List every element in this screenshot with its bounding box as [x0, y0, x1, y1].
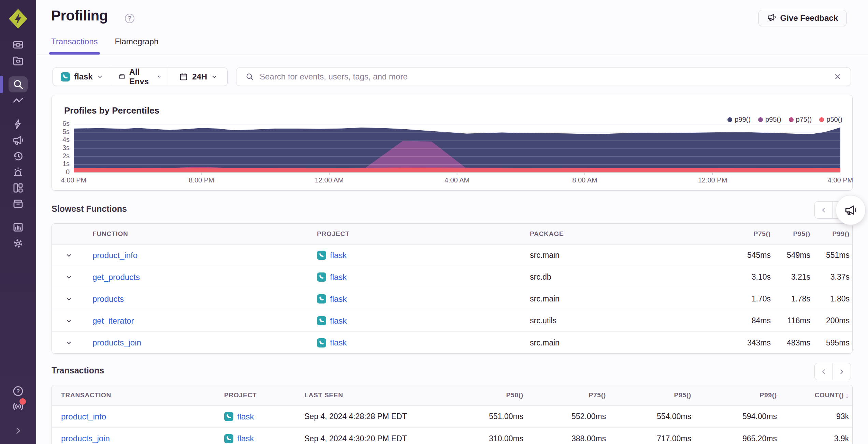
projects-icon[interactable]: [11, 54, 25, 68]
expand-row-icon[interactable]: [52, 273, 86, 281]
col-count[interactable]: COUNT()↓: [781, 391, 853, 399]
help-icon[interactable]: ?: [11, 384, 25, 398]
project-filter[interactable]: flask: [53, 68, 111, 86]
flask-project-icon: [224, 434, 233, 443]
p95-cell: 1.78s: [773, 294, 813, 304]
settings-icon[interactable]: [11, 237, 25, 250]
sentry-logo[interactable]: [8, 8, 28, 29]
transaction-link[interactable]: product_info: [61, 412, 106, 421]
col-p95: P95(): [773, 230, 813, 238]
table-header-row: FUNCTION PROJECT PACKAGE P75() P95() P99…: [52, 224, 852, 245]
p75-cell: 545ms: [734, 251, 773, 260]
function-link[interactable]: get_products: [92, 272, 140, 282]
col-p99[interactable]: P99(): [695, 391, 781, 399]
sidebar-collapse-icon[interactable]: [11, 424, 25, 438]
page-filter-bar: flask All Envs 24H: [53, 68, 228, 86]
table-row: product_info flask Sep 4, 2024 4:28:28 P…: [52, 406, 852, 428]
percentiles-chart-svg: [74, 121, 840, 175]
traces-icon[interactable]: [11, 94, 25, 107]
project-link[interactable]: flask: [330, 251, 347, 260]
x-tick-label: 4:00 PM: [61, 176, 86, 184]
project-link[interactable]: flask: [330, 316, 347, 326]
p99-cell: 200ms: [813, 316, 853, 325]
search-icon: [245, 72, 254, 81]
p99-cell: 965.20ms: [695, 434, 781, 443]
project-link[interactable]: flask: [330, 272, 347, 282]
megaphone-icon: [844, 204, 857, 217]
expand-row-icon[interactable]: [52, 317, 86, 325]
x-tick-label: 12:00 PM: [698, 176, 727, 184]
give-feedback-button[interactable]: Give Feedback: [758, 10, 847, 26]
tab-bar: Transactions Flamegraph: [51, 37, 159, 55]
prev-page-button[interactable]: [814, 201, 833, 219]
project-link[interactable]: flask: [330, 294, 347, 304]
floating-feedback-button[interactable]: [836, 195, 866, 225]
function-link[interactable]: product_info: [92, 251, 138, 260]
stats-icon[interactable]: [11, 220, 25, 234]
project-link[interactable]: flask: [237, 412, 254, 421]
x-tick-label: 8:00 PM: [189, 176, 214, 184]
p50-cell: 551.00ms: [427, 412, 527, 421]
p50-cell: 310.00ms: [427, 434, 527, 443]
tab-transactions[interactable]: Transactions: [51, 37, 98, 55]
y-tick-label: 3s: [52, 144, 70, 152]
alerts-icon[interactable]: [11, 165, 25, 179]
date-range-filter[interactable]: 24H: [169, 68, 227, 86]
col-function: FUNCTION: [86, 230, 311, 238]
main-content: Profiling ? Give Feedback Transactions F…: [36, 0, 868, 444]
profiles-by-percentiles-card: Profiles by Percentiles p99()p95()p75()p…: [52, 95, 853, 191]
environment-filter[interactable]: All Envs: [111, 68, 169, 86]
x-tick-label: 4:00 PM: [828, 176, 853, 184]
p95-cell: 717.00ms: [610, 434, 695, 443]
feedback-icon[interactable]: [11, 133, 25, 147]
clear-search-icon[interactable]: [834, 73, 842, 81]
table-header-row: TRANSACTION PROJECT LAST SEEN P50() P75(…: [52, 385, 852, 406]
x-tick-label: 12:00 AM: [315, 176, 344, 184]
page-title-help-icon[interactable]: ?: [125, 14, 134, 23]
p99-cell: 551ms: [813, 251, 853, 260]
tab-flamegraph[interactable]: Flamegraph: [115, 37, 159, 55]
col-project: PROJECT: [311, 230, 526, 238]
slowest-functions-table: FUNCTION PROJECT PACKAGE P75() P95() P99…: [52, 223, 853, 354]
col-p50[interactable]: P50(): [427, 391, 527, 399]
col-p75[interactable]: P75(): [527, 391, 610, 399]
function-link[interactable]: products: [92, 294, 124, 304]
col-last-seen: LAST SEEN: [301, 391, 427, 399]
col-transaction: TRANSACTION: [52, 391, 219, 399]
environment-filter-value: All Envs: [129, 67, 153, 86]
col-package: PACKAGE: [526, 230, 734, 238]
search-input[interactable]: [260, 72, 828, 82]
table-row: get_iterator flask src.utils 84ms 116ms …: [52, 310, 852, 332]
col-p95[interactable]: P95(): [610, 391, 695, 399]
next-page-button[interactable]: [833, 363, 851, 380]
releases-icon[interactable]: [11, 197, 25, 210]
series-p50: [74, 168, 840, 173]
function-link[interactable]: products_join: [92, 338, 141, 347]
expand-row-icon[interactable]: [52, 252, 86, 259]
expand-row-icon[interactable]: [52, 295, 86, 303]
explore-icon[interactable]: [11, 77, 25, 91]
p75-cell: 1.70s: [734, 294, 773, 304]
table-row: product_info flask src.main 545ms 549ms …: [52, 245, 852, 266]
page-title: Profiling: [51, 8, 108, 24]
transaction-link[interactable]: products_join: [61, 434, 110, 443]
sort-desc-icon: ↓: [845, 391, 849, 399]
svg-text:?: ?: [16, 388, 20, 394]
search-bar: [236, 68, 851, 86]
col-p99: P99(): [813, 230, 853, 238]
y-tick-label: 6s: [52, 120, 70, 128]
expand-row-icon[interactable]: [52, 339, 86, 346]
x-tick-label: 4:00 AM: [445, 176, 469, 184]
y-tick-label: 5s: [52, 128, 70, 136]
p99-cell: 595ms: [813, 338, 853, 347]
function-link[interactable]: get_iterator: [92, 316, 134, 325]
insights-icon[interactable]: [11, 117, 25, 131]
project-link[interactable]: flask: [330, 338, 347, 347]
replays-icon[interactable]: [11, 149, 25, 163]
issues-icon[interactable]: [11, 38, 25, 51]
p75-cell: 3.10s: [734, 272, 773, 282]
table-row: products flask src.main 1.70s 1.78s 1.80…: [52, 288, 852, 310]
prev-page-button[interactable]: [814, 363, 833, 380]
project-link[interactable]: flask: [237, 434, 254, 443]
dashboards-icon[interactable]: [11, 181, 25, 195]
